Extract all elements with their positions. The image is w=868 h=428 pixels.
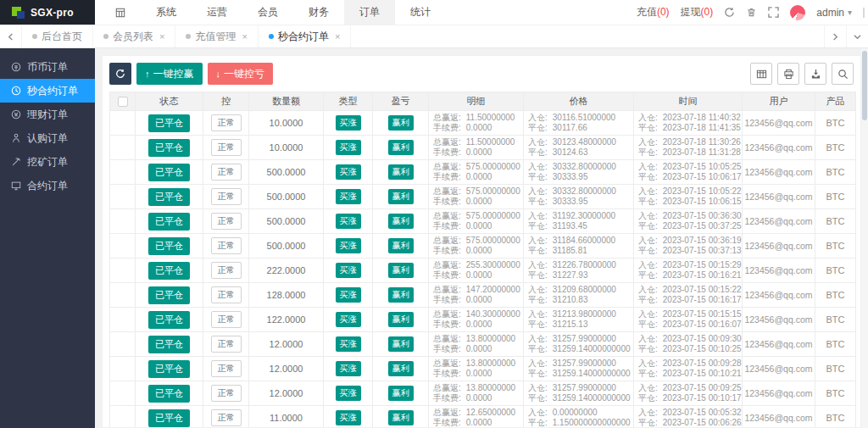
status-badge[interactable]: 已平仓: [148, 360, 190, 378]
refresh-icon[interactable]: [724, 7, 735, 18]
status-badge[interactable]: 已平仓: [148, 385, 190, 403]
time-cell: 入仓:2023-07-15 10:05:25平仓:2023-07-15 10:0…: [634, 160, 743, 185]
control-badge[interactable]: 正常: [211, 286, 242, 303]
status-badge[interactable]: 已平仓: [148, 213, 190, 231]
time-cell: 入仓:2023-07-18 11:30:26平仓:2023-07-18 11:3…: [634, 136, 743, 160]
more-icon[interactable]: [863, 8, 865, 18]
force-lose-button[interactable]: ↓一键控亏: [208, 63, 274, 85]
control-badge[interactable]: 正常: [211, 188, 242, 205]
menu-item-finance[interactable]: 财务: [293, 0, 344, 25]
status-badge[interactable]: 已平仓: [148, 164, 190, 181]
force-win-button[interactable]: ↑一键控赢: [136, 63, 203, 85]
tabs-menu-icon[interactable]: [846, 25, 868, 47]
open-time-label: 入仓:: [638, 359, 658, 369]
tab-1[interactable]: 会员列表×: [93, 25, 175, 47]
status-badge[interactable]: 已平仓: [148, 409, 190, 427]
control-badge[interactable]: 正常: [211, 237, 242, 254]
control-badge[interactable]: 正常: [211, 114, 242, 131]
tabs-scroll-left[interactable]: [0, 25, 22, 47]
tabs-scroll-right[interactable]: [824, 25, 846, 47]
menu-item-stats[interactable]: 统计: [395, 0, 446, 25]
trash-icon[interactable]: [746, 7, 757, 18]
total-win-label: 总赢返:: [433, 113, 461, 123]
fullscreen-icon[interactable]: [768, 7, 779, 18]
avatar[interactable]: [790, 5, 805, 20]
status-badge[interactable]: 已平仓: [148, 336, 190, 353]
fee-label: 手续费:: [433, 147, 461, 158]
price-cell: 入仓:31213.98000000平仓:31215.13: [524, 308, 634, 332]
withdraw-count: (0): [701, 6, 714, 18]
status-badge[interactable]: 已平仓: [148, 286, 190, 304]
menu-item-home[interactable]: [100, 0, 141, 25]
fee-value: 0.0000: [466, 295, 492, 305]
control-badge[interactable]: 正常: [211, 311, 242, 328]
total-win-value: 575.00000000: [466, 211, 520, 221]
row-select-cell: [110, 332, 136, 357]
open-time-value: 2023-07-15 00:15:29: [663, 260, 742, 270]
close-time-label: 平仓:: [638, 320, 658, 330]
control-badge[interactable]: 正常: [211, 360, 242, 377]
fee-label: 手续费:: [433, 221, 461, 231]
status-badge[interactable]: 已平仓: [148, 262, 190, 280]
detail-cell: 总赢返:12.65000000手续费:0.0000: [429, 406, 524, 428]
menu-item-member[interactable]: 会员: [242, 0, 293, 25]
close-time-label: 平仓:: [638, 393, 658, 403]
open-time-label: 入仓:: [638, 309, 658, 320]
tab-2[interactable]: 充值管理×: [175, 25, 258, 47]
refresh-button[interactable]: [109, 63, 131, 85]
tab-3[interactable]: 秒合约订单×: [259, 25, 351, 47]
open-price-label: 入仓:: [528, 334, 548, 344]
status-badge[interactable]: 已平仓: [148, 188, 190, 206]
price-cell: 入仓:30123.48000000平仓:30124.63: [524, 136, 634, 160]
control-badge[interactable]: 正常: [211, 139, 242, 156]
amount-cell: 12.0000: [249, 357, 324, 381]
open-time-value: 2023-07-15 00:09:28: [663, 359, 742, 369]
recharge-link[interactable]: 充值(0): [637, 5, 670, 19]
status-badge[interactable]: 已平仓: [148, 139, 190, 157]
sidebar-item-1[interactable]: 秒合约订单: [0, 79, 95, 103]
sidebar-item-4[interactable]: 挖矿订单: [0, 150, 95, 174]
close-icon[interactable]: ×: [242, 31, 247, 42]
control-badge[interactable]: 正常: [211, 262, 242, 279]
fee-value: 0.0000: [466, 320, 492, 330]
sidebar-item-2[interactable]: 理财订单: [0, 103, 95, 126]
menu-item-system[interactable]: 系统: [141, 0, 192, 25]
scrollbar-thumb[interactable]: [862, 51, 867, 120]
status-badge[interactable]: 已平仓: [148, 311, 190, 329]
open-price-value: 31257.99000000: [553, 334, 616, 344]
menu-item-operation[interactable]: 运营: [192, 0, 242, 25]
status-badge[interactable]: 已平仓: [148, 114, 190, 132]
table-row: 已平仓正常12.0000买涨赢利总赢返:13.80000000手续费:0.000…: [110, 381, 856, 406]
person-icon: [11, 133, 21, 143]
status-badge[interactable]: 已平仓: [148, 237, 190, 255]
type-tag: 买涨: [336, 115, 361, 131]
close-price-value: 31259.14000000000: [553, 393, 631, 403]
columns-button[interactable]: [750, 63, 772, 85]
tab-0[interactable]: 后台首页: [22, 25, 93, 47]
menu-item-order[interactable]: 订单: [344, 0, 395, 25]
sidebar-item-0[interactable]: 币币订单: [0, 55, 95, 79]
sidebar-item-5[interactable]: 合约订单: [0, 174, 95, 197]
scrollbar-track[interactable]: [861, 48, 868, 428]
control-badge[interactable]: 正常: [211, 164, 242, 181]
withdraw-link[interactable]: 提现(0): [681, 5, 714, 19]
control-badge[interactable]: 正常: [211, 409, 242, 426]
close-icon[interactable]: ×: [159, 31, 164, 42]
admin-dropdown[interactable]: admin ▾: [816, 7, 852, 19]
close-time-value: 2023-07-15 00:37:13: [663, 246, 742, 256]
search-button[interactable]: [832, 63, 854, 85]
open-price-value: 30332.80000000: [553, 186, 616, 197]
close-price-label: 平仓:: [528, 369, 548, 379]
export-button[interactable]: [804, 63, 826, 85]
select-all-checkbox[interactable]: [118, 97, 128, 107]
open-time-label: 入仓:: [638, 285, 658, 295]
tab-label: 后台首页: [42, 30, 82, 44]
control-badge[interactable]: 正常: [211, 336, 242, 353]
sidebar-item-3[interactable]: 认购订单: [0, 126, 95, 150]
header-col-9: 用户: [743, 92, 815, 111]
close-icon[interactable]: ×: [335, 31, 340, 42]
print-button[interactable]: [777, 63, 799, 85]
control-badge[interactable]: 正常: [211, 213, 242, 230]
control-badge[interactable]: 正常: [211, 385, 242, 402]
open-time-value: 2023-07-15 00:09:25: [663, 383, 742, 393]
